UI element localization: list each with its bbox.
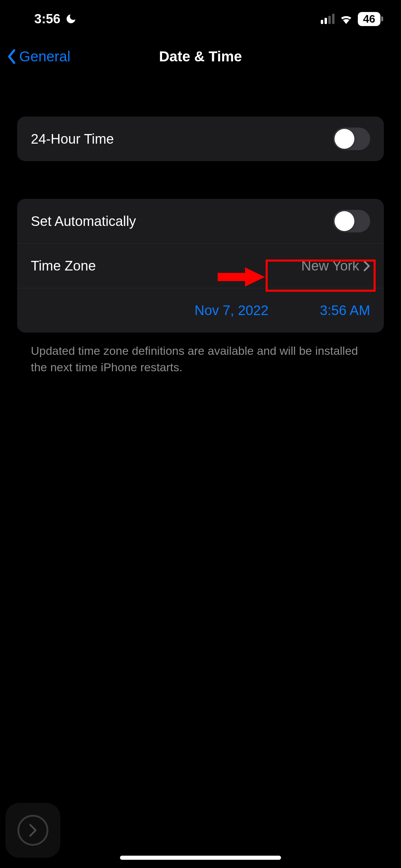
chevron-left-icon bbox=[7, 49, 16, 64]
date-value[interactable]: Nov 7, 2022 bbox=[195, 303, 269, 318]
chevron-right-icon bbox=[363, 261, 370, 272]
row-date-time: Nov 7, 2022 3:56 AM bbox=[17, 288, 384, 333]
time-zone-value: New York bbox=[301, 258, 359, 274]
wifi-icon bbox=[339, 14, 353, 24]
page-title: Date & Time bbox=[159, 48, 242, 65]
time-zone-value-container: New York bbox=[301, 258, 370, 274]
row-24-hour-time[interactable]: 24-Hour Time bbox=[17, 117, 384, 161]
group-footer-text: Updated time zone definitions are availa… bbox=[17, 333, 384, 375]
home-indicator[interactable] bbox=[120, 856, 281, 860]
settings-content: 24-Hour Time Set Automatically Time Zone… bbox=[0, 75, 401, 375]
row-set-automatically[interactable]: Set Automatically bbox=[17, 199, 384, 243]
row-label: Set Automatically bbox=[31, 214, 136, 229]
row-label: 24-Hour Time bbox=[31, 131, 114, 147]
toggle-set-automatically[interactable] bbox=[333, 210, 370, 232]
status-left: 3:56 bbox=[34, 12, 77, 26]
row-label: Time Zone bbox=[31, 258, 96, 274]
battery-percent: 46 bbox=[363, 13, 375, 25]
chevron-right-icon bbox=[27, 823, 39, 837]
cellular-signal-icon bbox=[321, 14, 335, 24]
nav-header: General Date & Time bbox=[0, 38, 401, 75]
back-label: General bbox=[19, 48, 70, 65]
status-time: 3:56 bbox=[34, 12, 60, 26]
back-button[interactable]: General bbox=[7, 48, 70, 65]
focus-mode-icon bbox=[65, 13, 77, 25]
accessibility-fab[interactable] bbox=[5, 803, 60, 858]
time-value[interactable]: 3:56 AM bbox=[320, 303, 370, 318]
status-right: 46 bbox=[321, 12, 380, 26]
settings-group-2: Set Automatically Time Zone New York Nov… bbox=[17, 199, 384, 333]
fab-circle bbox=[17, 815, 48, 846]
settings-group-1: 24-Hour Time bbox=[17, 117, 384, 161]
status-bar: 3:56 46 bbox=[0, 0, 401, 38]
row-time-zone[interactable]: Time Zone New York bbox=[17, 243, 384, 288]
battery-indicator: 46 bbox=[358, 12, 380, 26]
toggle-24-hour-time[interactable] bbox=[333, 128, 370, 150]
